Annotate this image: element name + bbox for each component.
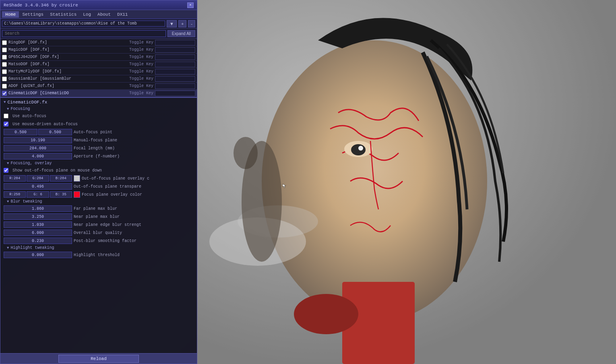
far-plane-blur-value[interactable]: 1.860 <box>4 205 72 212</box>
effect-row-marty: MartyMcFlyDOF [DOF.fx] Toggle Key <box>0 68 197 75</box>
focusing-header[interactable]: ▼ Focusing <box>0 106 197 112</box>
game-path-input[interactable] <box>2 21 165 27</box>
path-dropdown-btn[interactable]: ▼ <box>167 20 177 27</box>
near-plane-edge-row: 1.030 Near plane edge blur strengt <box>0 221 197 229</box>
oof-transparency-label: Out-of-focus plane transpare <box>74 184 194 189</box>
path-add-btn[interactable]: + <box>178 20 186 27</box>
effect-checkbox-gp65[interactable] <box>2 55 7 60</box>
blur-tweaking-arrow: ▼ <box>7 200 9 204</box>
highlight-threshold-value[interactable]: 0.000 <box>4 252 72 258</box>
autofocus-label: Use auto-focus <box>12 114 46 118</box>
focusing-arrow: ▼ <box>7 107 9 111</box>
near-plane-edge-value[interactable]: 1.030 <box>4 221 72 228</box>
effect-key-gaussian[interactable] <box>155 76 195 82</box>
reload-button[interactable]: Reload <box>58 355 139 363</box>
blur-quality-value[interactable]: 6.000 <box>4 230 72 236</box>
params-section: ▼ CinematicDOF.fx ▼ Focusing Use auto-fo… <box>0 98 197 353</box>
menu-log[interactable]: Log <box>80 11 94 18</box>
effect-key-adof[interactable] <box>155 83 195 89</box>
autofocus-point-row: 0.500 0.500 Auto-focus point <box>0 128 197 136</box>
effect-list: RingDOF [DOF.fx] Toggle Key MagicDOF [DO… <box>0 39 197 98</box>
effect-checkbox-ringdof[interactable] <box>2 40 7 45</box>
highlight-tweaking-header[interactable]: ▼ Highlight tweaking <box>0 245 197 251</box>
focusing-label: Focusing <box>10 107 30 111</box>
oof-color-channels: R:204 G:204 B:204 <box>4 175 72 182</box>
effect-key-matsodof[interactable] <box>155 62 195 67</box>
effect-checkbox-gaussian[interactable] <box>2 77 7 81</box>
menu-dx11[interactable]: DX11 <box>114 11 131 18</box>
effect-key-magicdof[interactable] <box>155 47 195 53</box>
effect-name-adof: ADOF [qUINT_dof.fx] <box>8 84 129 88</box>
path-minus-btn[interactable]: - <box>188 20 195 27</box>
search-input[interactable] <box>2 30 166 37</box>
effect-name-marty: MartyMcFlyDOF [DOF.fx] <box>8 69 129 74</box>
title-bar: ReShade 3.4.0.346 by crosire × <box>0 0 197 10</box>
effect-row-cinematicdof: CinematicDOF [CinematicDO Toggle Key <box>0 90 197 97</box>
effect-checkbox-magicdof[interactable] <box>2 48 7 52</box>
near-plane-blur-value[interactable]: 3.250 <box>4 213 72 220</box>
oof-color-row: R:204 G:204 B:204 Out-of-focus plane ove… <box>0 174 197 182</box>
autofocus-point-label: Auto-focus point <box>74 130 194 134</box>
focus-b-channel[interactable]: B: 35 <box>50 191 72 198</box>
effect-checkbox-marty[interactable] <box>2 69 7 74</box>
close-button[interactable]: × <box>187 2 194 8</box>
effect-name-magicdof: MagicDOF [DOF.fx] <box>8 48 129 52</box>
manual-focus-value[interactable]: 10.190 <box>4 137 72 143</box>
focusing-overlay-header[interactable]: ▼ Focusing, overlay <box>0 160 197 166</box>
effect-toggle-marty: Toggle Key <box>129 69 153 74</box>
effect-row-gp65: GP65CJ042DOF [DOF.fx] Toggle Key <box>0 54 197 61</box>
autofocus-x[interactable]: 0.500 <box>4 129 37 135</box>
effect-checkbox-cinematicdof[interactable] <box>2 91 7 96</box>
highlight-threshold-label: Highlight threshold <box>74 253 194 257</box>
oof-color-swatch[interactable] <box>74 175 80 182</box>
effect-key-gp65[interactable] <box>155 54 195 60</box>
focus-r-channel[interactable]: R:250 <box>4 191 26 198</box>
near-plane-edge-label: Near plane edge blur strengt <box>74 223 194 227</box>
oof-color-label: Out-of-focus plane overlay c <box>82 176 194 181</box>
focal-length-label: Focal length (mm) <box>74 146 194 151</box>
menu-statistics[interactable]: Statistics <box>47 11 80 18</box>
mouse-autofocus-checkbox[interactable] <box>4 122 8 126</box>
autofocus-y[interactable]: 0.500 <box>38 129 72 135</box>
aperture-row: 4.000 Aperture (f-number) <box>0 152 197 160</box>
cinematicdof-label: CinematicDOF.fx <box>7 100 47 105</box>
effect-key-cinematicdof[interactable] <box>155 91 195 96</box>
cinematicdof-arrow: ▼ <box>4 100 6 104</box>
post-blur-row: 0.230 Post-blur smoothing factor <box>0 237 197 245</box>
focus-color-swatch[interactable] <box>74 191 80 198</box>
cinematicdof-header[interactable]: ▼ CinematicDOF.fx <box>0 99 197 106</box>
menu-about[interactable]: About <box>94 11 114 18</box>
oof-transparency-row: 0.496 Out-of-focus plane transpare <box>0 182 197 190</box>
oof-transparency-value[interactable]: 0.496 <box>4 183 72 190</box>
blur-tweaking-label: Blur tweaking <box>10 199 42 204</box>
autofocus-checkbox[interactable] <box>4 114 8 118</box>
effect-checkbox-adof[interactable] <box>2 84 7 89</box>
reload-bar: Reload <box>0 353 197 364</box>
menu-home[interactable]: Home <box>2 11 19 18</box>
effect-key-ringdof[interactable] <box>155 40 195 46</box>
effect-key-marty[interactable] <box>155 69 195 74</box>
menu-settings[interactable]: Settings <box>19 11 47 18</box>
blur-tweaking-header[interactable]: ▼ Blur tweaking <box>0 199 197 205</box>
post-blur-value[interactable]: 0.230 <box>4 238 72 244</box>
focus-color-channels: R:250 G: 6 B: 35 <box>4 191 72 198</box>
autofocus-row: Use auto-focus <box>0 112 197 120</box>
effect-row-adof: ADOF [qUINT_dof.fx] Toggle Key <box>0 83 197 90</box>
focus-g-channel[interactable]: G: 6 <box>27 191 49 198</box>
show-oof-checkbox[interactable] <box>4 168 8 173</box>
effect-toggle-cinematicdof: Toggle Key <box>129 91 153 95</box>
oof-r-channel[interactable]: R:204 <box>4 175 26 182</box>
effect-name-matsodof: MatsoDOF [DOF.fx] <box>8 62 129 66</box>
svg-point-4 <box>351 144 366 155</box>
effect-toggle-ringdof: Toggle Key <box>129 40 153 45</box>
effect-toggle-magicdof: Toggle Key <box>129 48 153 52</box>
oof-b-channel[interactable]: B:204 <box>50 175 72 182</box>
blur-quality-row: 6.000 Overall blur quality <box>0 229 197 237</box>
post-blur-label: Post-blur smoothing factor <box>74 239 194 243</box>
effect-checkbox-matsodof[interactable] <box>2 62 7 67</box>
focal-length-value[interactable]: 284.000 <box>4 145 72 151</box>
oof-g-channel[interactable]: G:204 <box>27 175 49 182</box>
effect-name-ringdof: RingDOF [DOF.fx] <box>8 40 129 45</box>
expand-all-button[interactable]: Expand All <box>167 30 195 37</box>
aperture-value[interactable]: 4.000 <box>4 153 72 159</box>
